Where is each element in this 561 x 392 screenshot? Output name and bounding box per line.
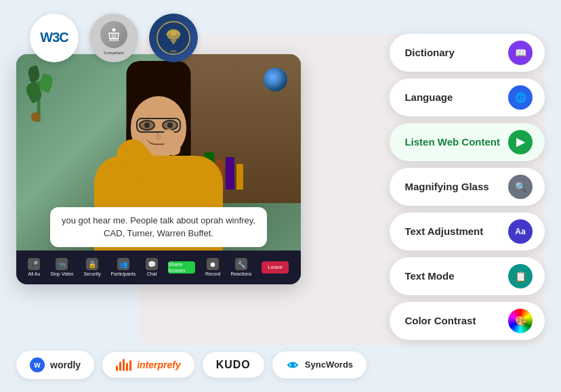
- subtitle-box: you got hear me. People talk about oprah…: [50, 207, 267, 247]
- kudo-name: KUDO: [216, 359, 251, 371]
- language-icon: 🌐: [515, 92, 526, 103]
- color-contrast-label: Color Contrast: [404, 315, 500, 326]
- wordly-logo: w wordly: [16, 351, 94, 379]
- svg-point-0: [112, 28, 116, 31]
- toolbar-security[interactable]: 🔒 Security: [83, 258, 100, 276]
- magnifying-glass-icon: 🔍: [515, 181, 526, 192]
- w3c-label: W3C: [40, 30, 68, 45]
- audio-icon: 🎤: [28, 258, 40, 270]
- toolbar-chat-label: Chat: [147, 271, 157, 276]
- text-mode-button[interactable]: Text Mode 📋: [390, 257, 545, 295]
- interprefy-bars-icon: [116, 359, 131, 371]
- syncwords-icon: [286, 358, 299, 372]
- toolbar-participants[interactable]: 👥 Participants: [111, 258, 136, 276]
- toolbar-record-label: Record: [205, 271, 221, 276]
- svg-point-4: [171, 30, 176, 36]
- listen-icon-circle: ▶: [508, 130, 533, 154]
- language-icon-circle: 🌐: [508, 85, 533, 110]
- aoda-badge: AODA Compliant: [89, 14, 138, 62]
- svg-text:AODA: AODA: [109, 38, 119, 42]
- text-mode-icon-circle: 📋: [508, 264, 533, 288]
- accessibility-panel: Dictionary 📖 Language 🌐 Listen Web Conte…: [390, 34, 545, 340]
- magnifying-glass-button[interactable]: Magnifying Glass 🔍: [390, 168, 545, 206]
- interprefy-logo: interprefy: [102, 352, 194, 378]
- toolbar-reactions[interactable]: 🔧 Reactions: [230, 258, 251, 276]
- record-icon: ⏺: [207, 258, 219, 270]
- magnifying-glass-label: Magnifying Glass: [404, 181, 500, 192]
- dictionary-button[interactable]: Dictionary 📖: [390, 34, 545, 72]
- badges-row: W3C AODA Compliant: [30, 14, 198, 62]
- text-mode-label: Text Mode: [404, 270, 500, 282]
- text-adjustment-icon-circle: Aa: [508, 219, 533, 244]
- toolbar-participants-label: Participants: [111, 271, 136, 276]
- participants-icon: 👥: [117, 258, 129, 270]
- doj-badge: DOJ: [149, 14, 198, 62]
- wordly-icon: w: [30, 357, 45, 372]
- globe-decor: [264, 68, 287, 91]
- toolbar-audio[interactable]: 🎤 All Au: [28, 258, 40, 276]
- magnifying-glass-icon-circle: 🔍: [508, 175, 533, 199]
- toolbar-leave[interactable]: Leave: [262, 261, 289, 274]
- toolbar-record[interactable]: ⏺ Record: [205, 258, 221, 276]
- toolbar-video-btn[interactable]: 📹 Stop Video: [50, 258, 73, 276]
- w3c-badge: W3C: [30, 14, 79, 62]
- leave-icon: Leave: [262, 261, 289, 274]
- video-toolbar[interactable]: 🎤 All Au 📹 Stop Video 🔒 Security 👥 Parti…: [16, 251, 301, 284]
- interprefy-name: interprefy: [137, 360, 181, 370]
- svg-text:DOJ: DOJ: [171, 49, 176, 53]
- main-container: W3C AODA Compliant: [16, 14, 545, 379]
- listen-icon: ▶: [516, 135, 524, 148]
- security-icon: 🔒: [86, 258, 98, 270]
- video-background: [16, 54, 301, 284]
- toolbar-chat[interactable]: 💬 Chat: [146, 258, 158, 276]
- kudo-logo: KUDO: [203, 352, 264, 378]
- subtitle-text: you got hear me. People talk about oprah…: [62, 215, 255, 239]
- language-label: Language: [404, 91, 500, 103]
- toolbar-security-label: Security: [83, 271, 100, 276]
- video-container: you got hear me. People talk about oprah…: [16, 54, 301, 284]
- syncwords-name: SyncWords: [305, 360, 353, 370]
- listen-web-content-button[interactable]: Listen Web Content ▶: [390, 123, 545, 161]
- toolbar-video-label: Stop Video: [50, 271, 73, 276]
- color-contrast-icon: 🎨: [515, 315, 526, 326]
- video-icon: 📹: [56, 258, 68, 270]
- dictionary-icon: 📖: [515, 47, 526, 58]
- doj-eagle-icon: DOJ: [157, 21, 190, 55]
- text-mode-icon: 📋: [515, 271, 526, 282]
- color-contrast-icon-circle: 🎨: [508, 309, 533, 333]
- language-button[interactable]: Language 🌐: [390, 79, 545, 116]
- color-contrast-button[interactable]: Color Contrast 🎨: [390, 302, 545, 340]
- svg-point-6: [291, 363, 295, 367]
- reactions-icon: 🔧: [235, 258, 247, 270]
- chat-icon: 💬: [146, 258, 158, 270]
- wordly-name: wordly: [50, 360, 81, 370]
- text-adjustment-button[interactable]: Text Adjustment Aa: [390, 213, 545, 251]
- toolbar-reactions-label: Reactions: [230, 271, 251, 276]
- plant-decor: [22, 61, 56, 122]
- toolbar-share[interactable]: Share Screen: [168, 261, 195, 274]
- dictionary-icon-circle: 📖: [508, 41, 533, 65]
- toolbar-audio-label: All Au: [28, 271, 41, 276]
- text-adjustment-icon: Aa: [515, 227, 525, 236]
- partner-logos-row: w wordly interprefy KUDO Syn: [16, 351, 367, 379]
- share-icon: Share Screen: [168, 261, 195, 274]
- text-adjustment-label: Text Adjustment: [404, 225, 500, 237]
- listen-web-content-label: Listen Web Content: [404, 136, 500, 148]
- aoda-content: AODA Compliant: [100, 21, 127, 55]
- syncwords-logo: SyncWords: [272, 351, 367, 378]
- dictionary-label: Dictionary: [404, 47, 500, 58]
